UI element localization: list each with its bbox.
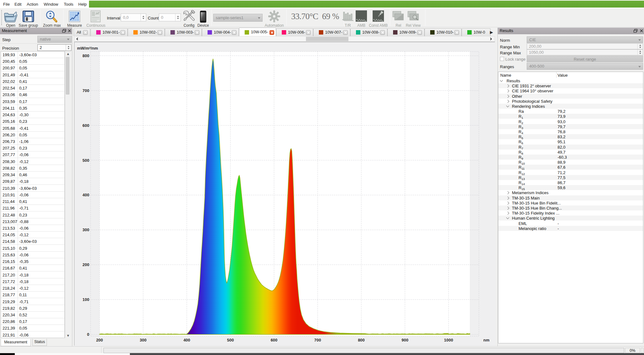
svg-text:0: 0: [87, 332, 89, 337]
svg-text:600: 600: [82, 123, 89, 128]
svg-text:800: 800: [82, 53, 89, 58]
svg-text:1000: 1000: [444, 338, 453, 342]
svg-text:800: 800: [358, 338, 365, 342]
svg-text:300: 300: [140, 338, 147, 342]
svg-text:900: 900: [402, 338, 408, 342]
svg-text:400: 400: [183, 338, 190, 342]
svg-text:700: 700: [314, 338, 321, 342]
svg-text:200: 200: [82, 262, 89, 267]
svg-text:nm: nm: [483, 338, 490, 342]
svg-text:500: 500: [82, 158, 89, 163]
svg-text:200: 200: [96, 338, 103, 342]
svg-text:300: 300: [82, 227, 89, 232]
svg-text:700: 700: [82, 88, 89, 93]
svg-text:500: 500: [227, 338, 234, 342]
svg-text:mW/m²/nm: mW/m²/nm: [77, 46, 98, 51]
svg-text:100: 100: [82, 297, 89, 302]
svg-text:400: 400: [82, 193, 89, 197]
svg-text:600: 600: [271, 338, 278, 342]
